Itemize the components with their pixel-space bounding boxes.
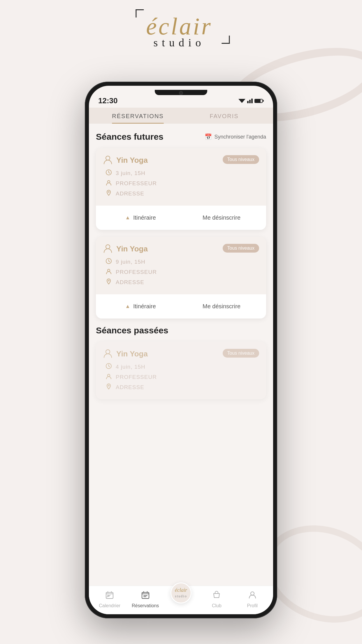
svg-point-7 — [108, 269, 110, 272]
session-details-3: 4 juin, 15H PROFESSEUR — [103, 363, 259, 391]
profil-icon — [248, 591, 257, 601]
unsubscribe-label-2: Me désinscrire — [203, 303, 240, 310]
session-card-2-body: Yin Yoga Tous niveaux 9 juin, 15H — [96, 237, 266, 294]
session-card-2-actions: ▲ Itinéraire Me désinscrire — [96, 294, 266, 318]
date-text-1: 3 juin, 15H — [116, 170, 145, 176]
date-row-2: 9 juin, 15H — [105, 258, 259, 266]
person-icon-3 — [103, 349, 113, 359]
session-details-1: 3 juin, 15H PROFESSEUR — [103, 169, 259, 197]
svg-point-3 — [108, 181, 110, 183]
svg-point-12 — [108, 385, 109, 386]
reservations-icon — [141, 591, 150, 601]
seances-passees-header: Séances passées — [96, 326, 266, 335]
navigation-icon-1: ▲ — [125, 215, 130, 221]
address-text-1: ADRESSE — [116, 190, 144, 197]
svg-point-9 — [106, 350, 110, 354]
session-details-2: 9 juin, 15H PROFESSEUR — [103, 258, 259, 286]
unsubscribe-label-1: Me désinscrire — [203, 214, 240, 221]
status-icons — [238, 97, 264, 105]
person-icon-1 — [103, 155, 113, 165]
svg-marker-0 — [238, 99, 245, 103]
session-name-2: Yin Yoga — [116, 244, 148, 253]
seances-futures-header: Séances futures 📅 Synchroniser l'agenda — [96, 132, 266, 142]
itinerary-label-1: Itinéraire — [133, 214, 156, 221]
pin-icon-2 — [105, 278, 112, 286]
bracket-top-left — [136, 9, 144, 18]
seances-futures-title: Séances futures — [96, 132, 164, 142]
session-card-3-body: Yin Yoga Tous niveaux 4 juin, 15H — [96, 342, 266, 399]
phone-notch — [155, 90, 207, 95]
teacher-icon-1 — [105, 179, 112, 187]
session-card-1: Yin Yoga Tous niveaux 3 juin, 15H — [96, 148, 266, 230]
session-card-3: Yin Yoga Tous niveaux 4 juin, 15H — [96, 342, 266, 399]
session-card-1-top: Yin Yoga Tous niveaux — [103, 155, 259, 165]
level-badge-1: Tous niveaux — [223, 155, 259, 164]
calendar-sync-icon: 📅 — [205, 133, 212, 140]
sync-label: Synchroniser l'agenda — [214, 134, 266, 140]
unsubscribe-btn-1[interactable]: Me désinscrire — [184, 210, 259, 225]
session-name-row-3: Yin Yoga — [103, 349, 148, 359]
svg-point-11 — [108, 374, 110, 377]
signal-icon — [247, 99, 253, 103]
status-time: 12:30 — [98, 96, 118, 105]
clock-icon-1 — [105, 169, 112, 177]
nav-reservations[interactable]: Réservations — [127, 591, 163, 608]
bracket-bottom-right — [222, 36, 230, 44]
tab-reservations[interactable]: RÉSERVATIONS — [95, 108, 181, 124]
itinerary-btn-2[interactable]: ▲ Itinéraire — [103, 299, 178, 314]
session-card-1-actions: ▲ Itinéraire Me désinscrire — [96, 206, 266, 230]
nav-profil[interactable]: Profil — [235, 591, 270, 608]
tab-favoris[interactable]: FAVORIS — [181, 108, 267, 124]
nav-calendrier[interactable]: Calendrier — [92, 591, 127, 608]
battery-icon — [254, 99, 264, 103]
level-badge-2: Tous niveaux — [223, 244, 259, 253]
phone-outer: 12:30 — [85, 82, 277, 618]
teacher-row-2: PROFESSEUR — [105, 268, 259, 276]
session-name-row-1: Yin Yoga — [103, 155, 148, 165]
bottom-nav: Calendrier Réservations éclair studio — [89, 586, 273, 614]
session-card-2-top: Yin Yoga Tous niveaux — [103, 244, 259, 254]
navigation-icon-2: ▲ — [125, 303, 130, 309]
pin-icon-1 — [105, 190, 112, 197]
teacher-row-1: PROFESSEUR — [105, 179, 259, 187]
status-bar: 12:30 — [89, 86, 273, 108]
logo-area: éclair studio — [141, 12, 221, 52]
date-row-3: 4 juin, 15H — [105, 363, 259, 371]
svg-point-4 — [108, 191, 109, 192]
address-text-3: ADRESSE — [116, 384, 144, 391]
address-text-2: ADRESSE — [116, 279, 144, 286]
session-card-2: Yin Yoga Tous niveaux 9 juin, 15H — [96, 237, 266, 318]
seances-passees-title: Séances passées — [96, 326, 168, 335]
unsubscribe-btn-2[interactable]: Me désinscrire — [184, 299, 259, 314]
address-row-3: ADRESSE — [105, 383, 259, 391]
teacher-text-3: PROFESSEUR — [116, 374, 157, 380]
club-label: Club — [212, 603, 222, 608]
session-card-1-body: Yin Yoga Tous niveaux 3 juin, 15H — [96, 148, 266, 206]
phone-camera — [179, 91, 183, 95]
home-logo: éclair studio — [175, 587, 187, 598]
date-text-3: 4 juin, 15H — [116, 364, 145, 370]
phone-inner: 12:30 — [89, 86, 273, 614]
address-row-2: ADRESSE — [105, 278, 259, 286]
session-name-1: Yin Yoga — [116, 156, 148, 165]
tab-header: RÉSERVATIONS FAVORIS — [89, 108, 273, 124]
address-row-1: ADRESSE — [105, 190, 259, 197]
phone-content: 12:30 — [89, 86, 273, 614]
svg-point-5 — [106, 245, 110, 249]
itinerary-btn-1[interactable]: ▲ Itinéraire — [103, 210, 178, 225]
date-row-1: 3 juin, 15H — [105, 169, 259, 177]
club-icon — [212, 591, 221, 601]
person-icon-2 — [103, 244, 113, 254]
calendrier-label: Calendrier — [99, 603, 120, 608]
nav-home[interactable]: éclair studio — [163, 591, 199, 608]
svg-point-8 — [108, 280, 109, 281]
session-card-3-top: Yin Yoga Tous niveaux — [103, 349, 259, 359]
level-badge-3: Tous niveaux — [223, 349, 259, 358]
sync-button[interactable]: 📅 Synchroniser l'agenda — [205, 133, 266, 140]
wifi-icon — [238, 97, 245, 105]
home-circle: éclair studio — [171, 582, 191, 603]
itinerary-label-2: Itinéraire — [133, 303, 156, 310]
nav-club[interactable]: Club — [199, 591, 234, 608]
scrollable-content[interactable]: Séances futures 📅 Synchroniser l'agenda — [89, 124, 273, 614]
teacher-text-2: PROFESSEUR — [116, 269, 157, 275]
